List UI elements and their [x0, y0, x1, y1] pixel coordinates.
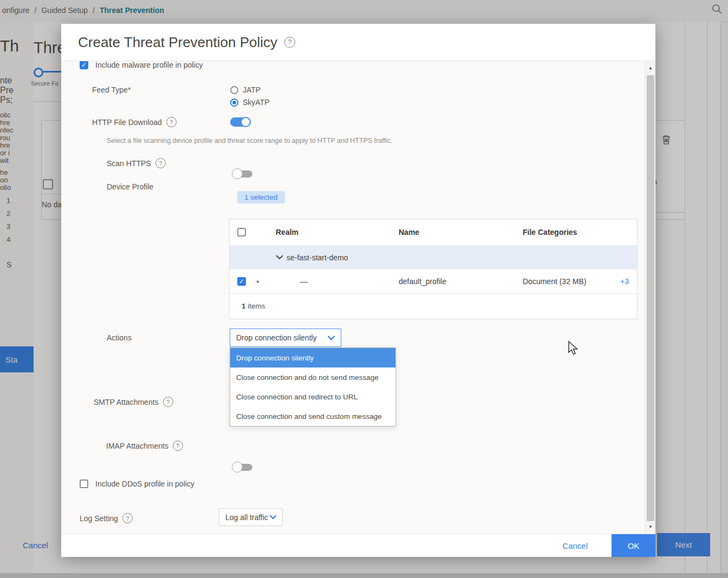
- radio-skyatp[interactable]: [230, 98, 238, 107]
- table-header-row: Realm Name File Categories: [230, 219, 637, 246]
- http-file-download-toggle[interactable]: [230, 116, 251, 127]
- modal-content: ✓ Include malware profile in policy Feed…: [61, 61, 655, 534]
- include-malware-checkbox[interactable]: ✓: [80, 61, 88, 69]
- actions-dropdown-value: Drop connection silently: [236, 333, 317, 342]
- mouse-cursor: [567, 340, 580, 356]
- imap-attachments-toggle[interactable]: [232, 462, 252, 472]
- include-ddos-row: Include DDoS profile in policy: [80, 480, 194, 488]
- modal-header: Create Threat Prevention Policy ?: [61, 24, 655, 61]
- smtp-attachments-label: SMTP Attachments: [94, 398, 159, 406]
- radio-skyatp-label: SkyATP: [243, 98, 270, 107]
- radio-jatp-label: JATP: [243, 86, 261, 94]
- log-setting-label: Log Setting: [80, 514, 118, 523]
- chevron-down-icon[interactable]: [276, 255, 283, 260]
- http-help-text: Select a file scanning device profile an…: [107, 137, 393, 144]
- scan-https-row: Scan HTTPS ?: [107, 158, 166, 168]
- cell-file-categories: Document (32 MB): [523, 277, 586, 286]
- cell-realm: —: [300, 277, 308, 286]
- http-file-download-help-icon[interactable]: ?: [166, 117, 177, 127]
- http-file-download-label: HTTP File Download: [92, 118, 162, 127]
- radio-jatp[interactable]: [230, 86, 238, 94]
- modal-title: Create Threat Prevention Policy: [78, 34, 277, 51]
- row-expand-icon[interactable]: ▸: [257, 278, 259, 284]
- log-setting-dropdown[interactable]: Log all traffic: [219, 508, 283, 526]
- column-header-name[interactable]: Name: [399, 228, 419, 237]
- imap-help-icon[interactable]: ?: [173, 441, 183, 451]
- scan-https-help-icon[interactable]: ?: [155, 158, 166, 168]
- chevron-down-icon: [327, 336, 335, 340]
- smtp-help-icon[interactable]: ?: [163, 397, 173, 407]
- actions-dropdown[interactable]: Drop connection silently: [230, 329, 341, 347]
- scan-https-toggle[interactable]: [232, 168, 252, 179]
- chevron-down-icon: [269, 515, 277, 520]
- feed-type-option-jatp[interactable]: JATP: [230, 86, 261, 94]
- create-threat-prevention-policy-modal: Create Threat Prevention Policy ? ✓ Incl…: [61, 24, 655, 556]
- log-setting-row: Log Setting ?: [80, 513, 133, 523]
- select-all-checkbox[interactable]: [237, 228, 246, 237]
- ok-button[interactable]: OK: [612, 534, 655, 557]
- column-header-realm[interactable]: Realm: [276, 228, 298, 237]
- modal-footer: Cancel OK: [61, 534, 655, 557]
- cancel-button[interactable]: Cancel: [562, 541, 588, 550]
- scroll-down-icon[interactable]: ▼: [645, 524, 655, 529]
- menu-option-close-redirect[interactable]: Close connection and redirect to URL: [230, 387, 395, 406]
- imap-attachments-label: IMAP Attachments: [106, 442, 168, 450]
- cell-name: default_profile: [399, 277, 446, 286]
- more-categories-link[interactable]: +3: [620, 277, 629, 286]
- feed-type-option-skyatp[interactable]: SkyATP: [230, 98, 270, 107]
- menu-option-drop-silently[interactable]: Drop connection silently: [230, 348, 395, 367]
- screen: onfigure / Guided Setup / Threat Prevent…: [0, 0, 728, 578]
- actions-dropdown-menu: Drop connection silently Close connectio…: [230, 347, 396, 426]
- table-items-count: 1 items: [230, 293, 637, 319]
- items-count-label: items: [248, 302, 265, 310]
- group-row-label: se-fast-start-demo: [287, 253, 348, 262]
- menu-option-close-no-message[interactable]: Close connection and do not send message: [230, 367, 395, 387]
- items-count-value: 1: [242, 302, 246, 310]
- scan-https-label: Scan HTTPS: [107, 159, 151, 168]
- log-setting-help-icon[interactable]: ?: [122, 513, 133, 523]
- http-file-download-row: HTTP File Download ?: [92, 117, 177, 127]
- include-ddos-checkbox[interactable]: [80, 480, 88, 488]
- title-help-icon[interactable]: ?: [284, 37, 295, 48]
- device-profile-table: Realm Name File Categories se-fast-start…: [229, 219, 638, 319]
- feed-type-label: Feed Type*: [92, 86, 131, 94]
- actions-label: Actions: [107, 333, 132, 342]
- selected-count-badge: 1 selected: [237, 191, 285, 203]
- table-row[interactable]: ✓ ▸ — default_profile Document (32 MB) +…: [230, 270, 637, 294]
- smtp-attachments-row: SMTP Attachments ?: [94, 397, 173, 407]
- table-group-row[interactable]: se-fast-start-demo: [230, 245, 637, 270]
- log-setting-value: Log all traffic: [225, 513, 268, 522]
- device-profile-label: Device Profile: [107, 182, 153, 191]
- menu-option-close-custom-message[interactable]: Close connection and send custom message: [230, 406, 395, 426]
- scroll-up-icon[interactable]: ▲: [645, 65, 655, 70]
- column-header-file-categories[interactable]: File Categories: [523, 228, 577, 237]
- include-malware-row: ✓ Include malware profile in policy: [80, 61, 203, 69]
- include-malware-label: Include malware profile in policy: [95, 61, 203, 69]
- row-checkbox[interactable]: ✓: [237, 277, 246, 286]
- include-ddos-label: Include DDoS profile in policy: [95, 480, 194, 488]
- modal-scrollbar[interactable]: ▲ ▼: [645, 61, 655, 534]
- imap-attachments-row: IMAP Attachments ?: [106, 441, 183, 451]
- scrollbar-thumb[interactable]: [647, 75, 654, 521]
